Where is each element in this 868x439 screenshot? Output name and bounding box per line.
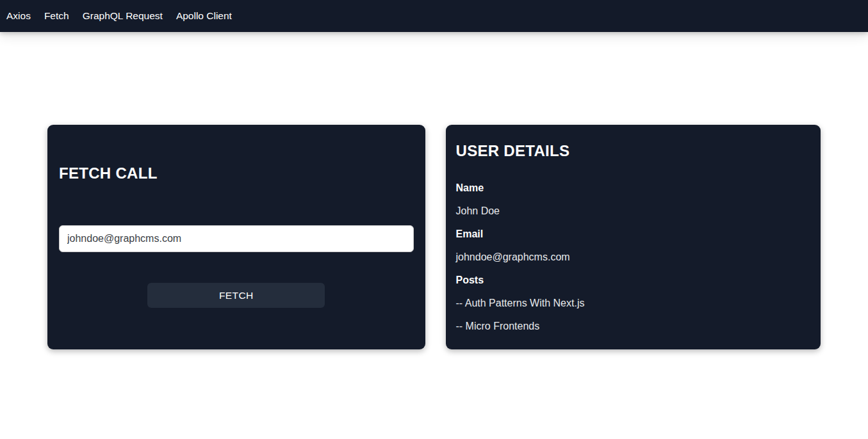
nav-link-graphql-request[interactable]: GraphQL Request	[83, 10, 163, 22]
nav-link-fetch[interactable]: Fetch	[44, 10, 69, 22]
post-item: -- Micro Frontends	[456, 320, 811, 332]
nav-link-axios[interactable]: Axios	[6, 10, 31, 22]
fetch-button[interactable]: FETCH	[147, 283, 325, 308]
email-label: Email	[456, 228, 811, 240]
post-item: -- Auth Patterns With Next.js	[456, 297, 811, 309]
fetch-card-title: FETCH CALL	[59, 164, 414, 182]
fetch-call-card: FETCH CALL FETCH	[47, 125, 425, 349]
user-card-title: USER DETAILS	[456, 142, 811, 160]
name-label: Name	[456, 182, 811, 194]
posts-label: Posts	[456, 274, 811, 286]
main-content: FETCH CALL FETCH USER DETAILS Name John …	[47, 125, 821, 349]
nav-link-apollo-client[interactable]: Apollo Client	[176, 10, 232, 22]
email-value: johndoe@graphcms.com	[456, 251, 811, 263]
name-value: John Doe	[456, 205, 811, 217]
user-details-card: USER DETAILS Name John Doe Email johndoe…	[446, 125, 821, 349]
email-input[interactable]	[59, 225, 414, 252]
navbar: Axios Fetch GraphQL Request Apollo Clien…	[0, 0, 868, 32]
